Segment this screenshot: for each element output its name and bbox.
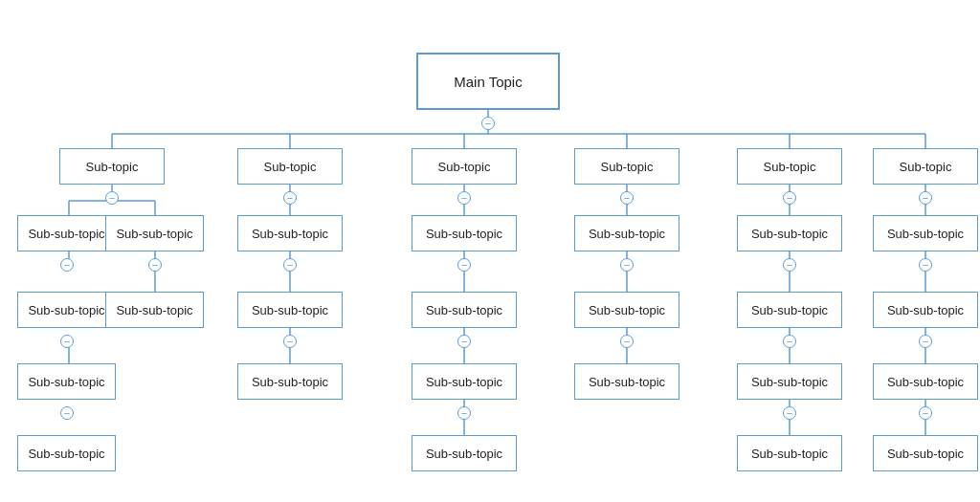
subtopic-6-collapse-btn[interactable]: − [919, 191, 932, 205]
s3-sub2-collapse-btn[interactable]: − [457, 335, 471, 348]
s1-sub3-collapse-btn[interactable]: − [60, 335, 74, 348]
s1-sub4[interactable]: Sub-sub-topic [105, 292, 204, 328]
s6-sub2[interactable]: Sub-sub-topic [873, 292, 978, 328]
subtopic-4[interactable]: Sub-topic [574, 148, 679, 185]
s2-sub3[interactable]: Sub-sub-topic [237, 363, 343, 400]
s1-sub5-collapse-btn[interactable]: − [60, 406, 74, 420]
s6-sub1-collapse-btn[interactable]: − [919, 258, 932, 272]
s4-sub1-label: Sub-sub-topic [589, 227, 665, 241]
s6-sub2-collapse-btn[interactable]: − [919, 335, 932, 348]
s2-sub1[interactable]: Sub-sub-topic [237, 215, 343, 251]
s5-sub2-collapse-btn[interactable]: − [783, 335, 796, 348]
s4-sub1[interactable]: Sub-sub-topic [574, 215, 679, 251]
s1-sub1-label: Sub-sub-topic [28, 227, 104, 241]
subtopic-1-label: Sub-topic [86, 160, 139, 174]
s6-sub2-label: Sub-sub-topic [887, 303, 964, 317]
s3-sub2-label: Sub-sub-topic [426, 303, 502, 317]
s3-sub4-label: Sub-sub-topic [426, 447, 502, 461]
s6-sub4[interactable]: Sub-sub-topic [873, 435, 978, 471]
s4-sub2-label: Sub-sub-topic [589, 303, 665, 317]
s6-sub4-label: Sub-sub-topic [887, 447, 964, 461]
s3-sub2[interactable]: Sub-sub-topic [412, 292, 517, 328]
s4-sub2-collapse-btn[interactable]: − [620, 335, 634, 348]
s5-sub1-collapse-btn[interactable]: − [783, 258, 796, 272]
s1-sub6-label: Sub-sub-topic [28, 447, 104, 461]
s3-sub1[interactable]: Sub-sub-topic [412, 215, 517, 251]
s4-sub1-collapse-btn[interactable]: − [620, 258, 634, 272]
s1-sub4-label: Sub-sub-topic [116, 303, 192, 317]
subtopic-4-collapse-btn[interactable]: − [620, 191, 634, 205]
s3-sub3[interactable]: Sub-sub-topic [412, 363, 517, 400]
mind-map-canvas: Main Topic − Sub-topic − Sub-topic − Sub… [0, 0, 980, 502]
s6-sub1-label: Sub-sub-topic [887, 227, 964, 241]
s5-sub1[interactable]: Sub-sub-topic [737, 215, 842, 251]
main-topic-collapse-btn[interactable]: − [481, 117, 495, 130]
s1-sub2[interactable]: Sub-sub-topic [105, 215, 204, 251]
s2-sub1-collapse-btn[interactable]: − [283, 258, 297, 272]
main-topic-node[interactable]: Main Topic [416, 53, 560, 110]
s5-sub4[interactable]: Sub-sub-topic [737, 435, 842, 471]
s1-sub3[interactable]: Sub-sub-topic [17, 292, 116, 328]
s1-sub5-label: Sub-sub-topic [28, 375, 104, 389]
s1-sub2-collapse-btn[interactable]: − [148, 258, 162, 272]
s4-sub3-label: Sub-sub-topic [589, 375, 665, 389]
s2-sub3-label: Sub-sub-topic [252, 375, 328, 389]
subtopic-6[interactable]: Sub-topic [873, 148, 978, 185]
s5-sub2[interactable]: Sub-sub-topic [737, 292, 842, 328]
s1-sub2-label: Sub-sub-topic [116, 227, 192, 241]
s1-sub1-collapse-btn[interactable]: − [60, 258, 74, 272]
subtopic-5-collapse-btn[interactable]: − [783, 191, 796, 205]
subtopic-3-collapse-btn[interactable]: − [457, 191, 471, 205]
subtopic-2-collapse-btn[interactable]: − [283, 191, 297, 205]
s6-sub1[interactable]: Sub-sub-topic [873, 215, 978, 251]
s3-sub1-collapse-btn[interactable]: − [457, 258, 471, 272]
s3-sub4[interactable]: Sub-sub-topic [412, 435, 517, 471]
subtopic-1-collapse-btn[interactable]: − [105, 191, 119, 205]
subtopic-3-label: Sub-topic [438, 160, 491, 174]
s5-sub1-label: Sub-sub-topic [751, 227, 828, 241]
subtopic-6-label: Sub-topic [900, 160, 952, 174]
subtopic-1[interactable]: Sub-topic [59, 148, 165, 185]
main-topic-label: Main Topic [454, 74, 522, 90]
s6-sub3-collapse-btn[interactable]: − [919, 406, 932, 420]
s5-sub2-label: Sub-sub-topic [751, 303, 828, 317]
subtopic-5[interactable]: Sub-topic [737, 148, 842, 185]
subtopic-5-label: Sub-topic [764, 160, 816, 174]
subtopic-4-label: Sub-topic [601, 160, 654, 174]
s1-sub5[interactable]: Sub-sub-topic [17, 363, 116, 400]
s5-sub3[interactable]: Sub-sub-topic [737, 363, 842, 400]
s2-sub2-collapse-btn[interactable]: − [283, 335, 297, 348]
subtopic-2[interactable]: Sub-topic [237, 148, 343, 185]
s6-sub3[interactable]: Sub-sub-topic [873, 363, 978, 400]
s3-sub3-label: Sub-sub-topic [426, 375, 502, 389]
s2-sub1-label: Sub-sub-topic [252, 227, 328, 241]
s4-sub3[interactable]: Sub-sub-topic [574, 363, 679, 400]
s4-sub2[interactable]: Sub-sub-topic [574, 292, 679, 328]
s2-sub2[interactable]: Sub-sub-topic [237, 292, 343, 328]
s5-sub4-label: Sub-sub-topic [751, 447, 828, 461]
s6-sub3-label: Sub-sub-topic [887, 375, 964, 389]
s1-sub6[interactable]: Sub-sub-topic [17, 435, 116, 471]
s3-sub1-label: Sub-sub-topic [426, 227, 502, 241]
subtopic-3[interactable]: Sub-topic [412, 148, 517, 185]
s5-sub3-collapse-btn[interactable]: − [783, 406, 796, 420]
subtopic-2-label: Sub-topic [264, 160, 317, 174]
s2-sub2-label: Sub-sub-topic [252, 303, 328, 317]
s1-sub1[interactable]: Sub-sub-topic [17, 215, 116, 251]
s5-sub3-label: Sub-sub-topic [751, 375, 828, 389]
s3-sub3-collapse-btn[interactable]: − [457, 406, 471, 420]
s1-sub3-label: Sub-sub-topic [28, 303, 104, 317]
